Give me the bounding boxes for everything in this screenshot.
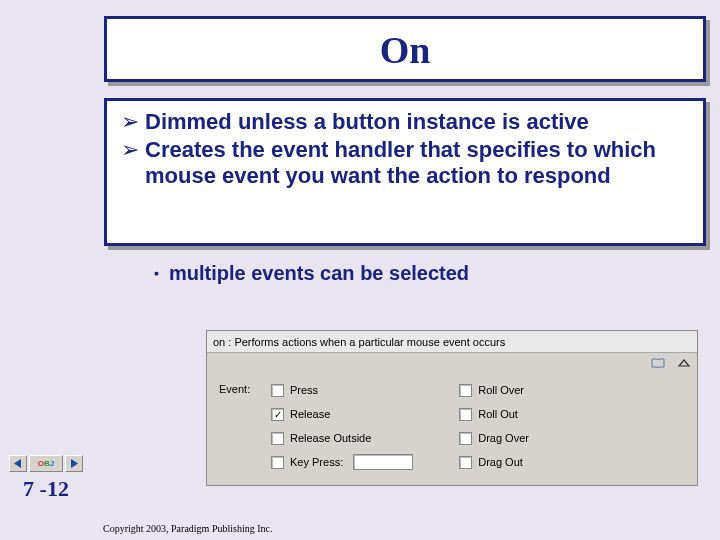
checkbox-label: Release Outside [290,432,371,444]
square-bullet-icon: ▪ [154,262,159,284]
checkbox-drag-over[interactable]: Drag Over [459,429,529,447]
collapse-up-icon[interactable] [677,357,691,369]
svg-marker-2 [679,360,689,366]
checkbox-label: Press [290,384,318,396]
obj-button[interactable]: OBJ [29,455,63,472]
title-box: On [104,16,706,82]
event-label: Event: [219,381,271,395]
content-box: ➢ Dimmed unless a button instance is act… [104,98,706,246]
checkbox-label: Key Press: [290,456,343,468]
nav-arrows: OBJ [0,455,92,472]
bullet-glyph-icon: ➢ [121,137,139,163]
bullet-item: ➢ Dimmed unless a button instance is act… [121,109,689,135]
checkbox-label: Drag Over [478,432,529,444]
event-row: Event: Press ✓ Release Releas [219,381,685,471]
event-col-2: Roll Over Roll Out Drag Over Drag O [459,381,529,471]
bullet-text: Creates the event handler that specifies… [145,137,689,189]
page-number: 7 -12 [0,476,92,502]
checkbox-icon [271,384,284,397]
svg-marker-1 [71,459,78,468]
checkbox-label: Roll Over [478,384,524,396]
panel-header: on : Performs actions when a particular … [207,331,697,353]
sub-bullet-item: ▪ multiple events can be selected [154,262,720,284]
checkbox-release-outside[interactable]: Release Outside [271,429,413,447]
slide-title: On [107,19,703,81]
checkbox-checked-icon: ✓ [271,408,284,421]
panel-body: Event: Press ✓ Release Releas [207,353,697,481]
checkbox-drag-out[interactable]: Drag Out [459,453,529,471]
checkbox-press[interactable]: Press [271,381,413,399]
checkbox-icon [459,408,472,421]
checkbox-key-press[interactable]: Key Press: [271,453,413,471]
next-button[interactable] [65,455,83,472]
bullet-text: Dimmed unless a button instance is activ… [145,109,589,135]
checkbox-icon [271,432,284,445]
checkbox-roll-out[interactable]: Roll Out [459,405,529,423]
checkbox-icon [271,456,284,469]
checkbox-icon [459,432,472,445]
slide-area: On ➢ Dimmed unless a button instance is … [92,0,720,540]
arrow-left-icon [13,459,23,468]
checkbox-label: Roll Out [478,408,518,420]
prev-button[interactable] [9,455,27,472]
key-press-input[interactable] [353,454,413,470]
checkbox-release[interactable]: ✓ Release [271,405,413,423]
event-panel: on : Performs actions when a particular … [206,330,698,486]
copyright-text: Copyright 2003, Paradigm Publishing Inc. [103,523,272,534]
checkbox-roll-over[interactable]: Roll Over [459,381,529,399]
event-col-1: Press ✓ Release Release Outside Key [271,381,413,471]
slide-nav: OBJ 7 -12 [0,455,92,502]
checkbox-icon [459,384,472,397]
bullet-item: ➢ Creates the event handler that specifi… [121,137,689,189]
bullet-glyph-icon: ➢ [121,109,139,135]
book-icon[interactable] [651,357,665,369]
checkbox-label: Drag Out [478,456,523,468]
svg-marker-0 [14,459,21,468]
panel-header-icons [651,357,691,369]
sub-bullet-text: multiple events can be selected [169,262,469,284]
checkbox-label: Release [290,408,330,420]
arrow-right-icon [69,459,79,468]
event-columns: Press ✓ Release Release Outside Key [271,381,685,471]
checkbox-icon [459,456,472,469]
